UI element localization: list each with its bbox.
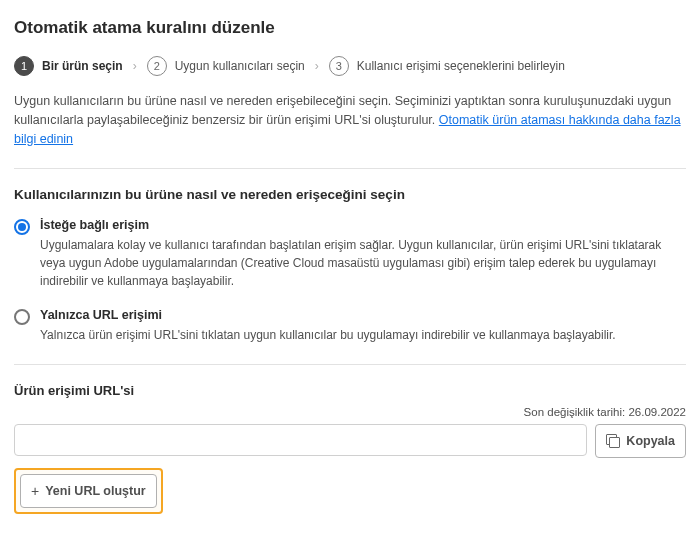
- product-access-url-input[interactable]: [14, 424, 587, 456]
- step-1-label: Bir ürün seçin: [42, 59, 123, 73]
- access-radio-group: İsteğe bağlı erişim Uygulamalara kolay v…: [14, 218, 686, 344]
- new-url-button-label: Yeni URL oluştur: [45, 484, 145, 498]
- step-2[interactable]: 2 Uygun kullanıcıları seçin: [147, 56, 305, 76]
- page-title: Otomatik atama kuralını düzenle: [14, 18, 686, 38]
- divider: [14, 364, 686, 365]
- intro-text: Uygun kullanıcıların bu ürüne nasıl ve n…: [14, 92, 686, 148]
- radio-url-only[interactable]: Yalnızca URL erişimi Yalnızca ürün erişi…: [14, 308, 686, 344]
- step-3-circle: 3: [329, 56, 349, 76]
- radio-on-demand[interactable]: İsteğe bağlı erişim Uygulamalara kolay v…: [14, 218, 686, 290]
- radio-url-only-title: Yalnızca URL erişimi: [40, 308, 686, 322]
- radio-button-on-demand[interactable]: [14, 219, 30, 235]
- copy-button[interactable]: Kopyala: [595, 424, 686, 458]
- step-1[interactable]: 1 Bir ürün seçin: [14, 56, 123, 76]
- step-2-label: Uygun kullanıcıları seçin: [175, 59, 305, 73]
- copy-button-label: Kopyala: [626, 434, 675, 448]
- radio-url-only-desc: Yalnızca ürün erişimi URL'sini tıklatan …: [40, 326, 686, 344]
- copy-icon: [606, 434, 620, 448]
- last-modified-text: Son değişiklik tarihi: 26.09.2022: [14, 406, 686, 418]
- radio-on-demand-desc: Uygulamalara kolay ve kullanıcı tarafınd…: [40, 236, 686, 290]
- url-section-label: Ürün erişimi URL'si: [14, 383, 686, 398]
- plus-icon: +: [31, 484, 39, 498]
- step-3[interactable]: 3 Kullanıcı erişimi seçeneklerini belirl…: [329, 56, 565, 76]
- step-3-label: Kullanıcı erişimi seçeneklerini belirley…: [357, 59, 565, 73]
- highlight-box: + Yeni URL oluştur: [14, 468, 163, 514]
- radio-on-demand-title: İsteğe bağlı erişim: [40, 218, 686, 232]
- divider: [14, 168, 686, 169]
- chevron-right-icon: ›: [315, 59, 319, 73]
- chevron-right-icon: ›: [133, 59, 137, 73]
- wizard-stepper: 1 Bir ürün seçin › 2 Uygun kullanıcıları…: [14, 56, 686, 76]
- step-1-circle: 1: [14, 56, 34, 76]
- access-section-title: Kullanıcılarınızın bu ürüne nasıl ve ner…: [14, 187, 686, 202]
- url-row: Kopyala: [14, 424, 686, 458]
- radio-button-url-only[interactable]: [14, 309, 30, 325]
- new-url-button[interactable]: + Yeni URL oluştur: [20, 474, 157, 508]
- step-2-circle: 2: [147, 56, 167, 76]
